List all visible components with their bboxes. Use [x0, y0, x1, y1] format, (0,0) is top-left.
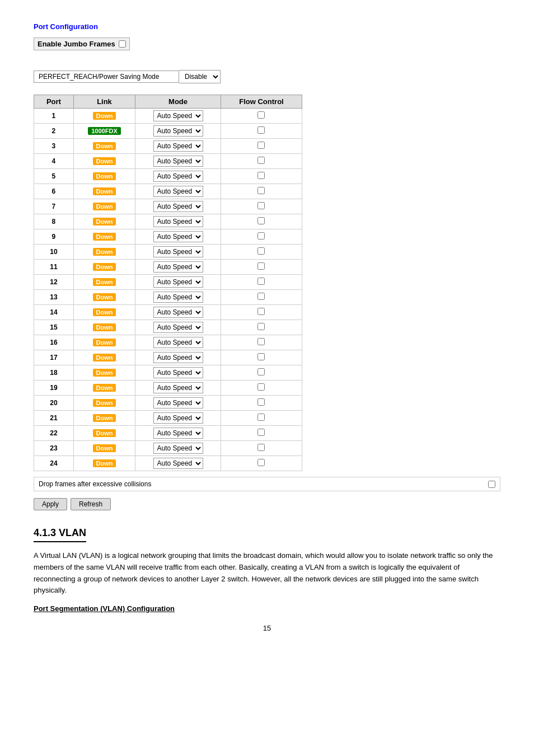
- col-header-port: Port: [34, 95, 74, 109]
- drop-frames-checkbox[interactable]: [488, 481, 495, 488]
- port-seg-title: Port Segmentation (VLAN) Configuration: [34, 604, 500, 613]
- flow-control-cell: [221, 260, 302, 275]
- flow-control-checkbox[interactable]: [257, 142, 265, 149]
- mode-select[interactable]: Auto Speed10 Half10 Full100 Half100 Full…: [153, 307, 203, 318]
- flow-control-checkbox[interactable]: [257, 353, 265, 360]
- mode-select[interactable]: Auto Speed10 Half10 Full100 Half100 Full…: [153, 322, 203, 333]
- flow-control-cell: [221, 290, 302, 305]
- vlan-paragraph-1: A Virtual LAN (VLAN) is a logical networ…: [34, 550, 500, 597]
- flow-control-cell: [221, 154, 302, 169]
- apply-button[interactable]: Apply: [34, 498, 67, 510]
- mode-select[interactable]: Auto Speed10 Half10 Full100 Half100 Full…: [153, 458, 203, 469]
- port-number: 11: [34, 260, 74, 275]
- flow-control-checkbox[interactable]: [257, 368, 265, 375]
- mode-select[interactable]: Auto Speed10 Half10 Full100 Half100 Full…: [153, 186, 203, 197]
- port-number: 16: [34, 335, 74, 350]
- mode-select[interactable]: Auto Speed10 Half10 Full100 Half100 Full…: [153, 231, 203, 242]
- flow-control-checkbox[interactable]: [257, 111, 265, 119]
- flow-control-checkbox[interactable]: [257, 202, 265, 209]
- flow-control-cell: [221, 124, 302, 139]
- flow-control-checkbox[interactable]: [257, 444, 265, 451]
- port-mode: Auto Speed10 Half10 Full100 Half100 Full…: [135, 275, 221, 290]
- port-mode: Auto Speed10 Half10 Full100 Half100 Full…: [135, 441, 221, 456]
- flow-control-checkbox[interactable]: [257, 414, 265, 421]
- port-link: Down: [73, 350, 135, 365]
- table-row: 3DownAuto Speed10 Half10 Full100 Half100…: [34, 139, 302, 154]
- port-mode: Auto Speed10 Half10 Full100 Half100 Full…: [135, 214, 221, 229]
- power-saving-select[interactable]: Disable Enable: [179, 70, 221, 83]
- flow-control-checkbox[interactable]: [257, 338, 265, 345]
- refresh-button[interactable]: Refresh: [71, 498, 111, 510]
- port-link: Down: [73, 381, 135, 396]
- flow-control-cell: [221, 456, 302, 471]
- port-mode: Auto Speed10 Half10 Full100 Half100 Full…: [135, 154, 221, 169]
- port-link: Down: [73, 305, 135, 320]
- mode-select[interactable]: Auto Speed10 Half10 Full100 Half100 Full…: [153, 367, 203, 378]
- flow-control-checkbox[interactable]: [257, 459, 265, 466]
- flow-control-checkbox[interactable]: [257, 429, 265, 436]
- table-row: 21000FDXAuto Speed10 Half10 Full100 Half…: [34, 124, 302, 139]
- mode-select[interactable]: Auto Speed10 Half10 Full100 Half100 Full…: [153, 292, 203, 303]
- flow-control-checkbox[interactable]: [257, 398, 265, 406]
- port-number: 14: [34, 305, 74, 320]
- flow-control-checkbox[interactable]: [257, 278, 265, 285]
- table-row: 5DownAuto Speed10 Half10 Full100 Half100…: [34, 169, 302, 184]
- flow-control-checkbox[interactable]: [257, 323, 265, 330]
- flow-control-checkbox[interactable]: [257, 232, 265, 240]
- mode-select[interactable]: Auto Speed10 Half10 Full100 Half100 Full…: [153, 352, 203, 363]
- mode-select[interactable]: Auto Speed10 Half10 Full100 Half100 Full…: [153, 397, 203, 408]
- port-number: 4: [34, 154, 74, 169]
- mode-select[interactable]: Auto Speed10 Half10 Full100 Half100 Full…: [153, 140, 203, 152]
- flow-control-cell: [221, 229, 302, 245]
- port-number: 2: [34, 124, 74, 139]
- port-number: 8: [34, 214, 74, 229]
- flow-control-cell: [221, 350, 302, 365]
- flow-control-checkbox[interactable]: [257, 217, 265, 224]
- flow-control-checkbox[interactable]: [257, 187, 265, 194]
- table-row: 1DownAuto Speed10 Half10 Full100 Half100…: [34, 109, 302, 124]
- port-link: Down: [73, 245, 135, 260]
- mode-select[interactable]: Auto Speed10 Half10 Full100 Half100 Full…: [153, 382, 203, 393]
- port-number: 15: [34, 320, 74, 335]
- flow-control-checkbox[interactable]: [257, 293, 265, 300]
- mode-select[interactable]: Auto Speed10 Half10 Full100 Half100 Full…: [153, 171, 203, 182]
- table-row: 4DownAuto Speed10 Half10 Full100 Half100…: [34, 154, 302, 169]
- table-row: 19DownAuto Speed10 Half10 Full100 Half10…: [34, 381, 302, 396]
- port-link: Down: [73, 275, 135, 290]
- flow-control-checkbox[interactable]: [257, 308, 265, 315]
- flow-control-checkbox[interactable]: [257, 157, 265, 164]
- flow-control-cell: [221, 184, 302, 199]
- port-link: Down: [73, 290, 135, 305]
- section-title: Port Configuration: [34, 22, 500, 31]
- flow-control-checkbox[interactable]: [257, 172, 265, 179]
- table-row: 7DownAuto Speed10 Half10 Full100 Half100…: [34, 199, 302, 214]
- port-number: 21: [34, 411, 74, 426]
- port-link: 1000FDX: [73, 124, 135, 139]
- flow-control-checkbox[interactable]: [257, 383, 265, 391]
- mode-select[interactable]: Auto Speed10 Half10 Full100 Half100 Full…: [153, 125, 203, 137]
- power-saving-row: PERFECT_REACH/Power Saving Mode Disable …: [34, 70, 500, 83]
- mode-select[interactable]: Auto Speed10 Half10 Full100 Half100 Full…: [153, 412, 203, 424]
- flow-control-checkbox[interactable]: [257, 262, 265, 270]
- mode-select[interactable]: Auto Speed10 Half10 Full100 Half100 Full…: [153, 337, 203, 348]
- mode-select[interactable]: Auto Speed10 Half10 Full100 Half100 Full…: [153, 201, 203, 212]
- mode-select[interactable]: Auto Speed10 Half10 Full100 Half100 Full…: [153, 261, 203, 273]
- drop-frames-row: Drop frames after excessive collisions: [34, 477, 500, 491]
- mode-select[interactable]: Auto Speed10 Half10 Full100 Half100 Full…: [153, 110, 203, 121]
- mode-select[interactable]: Auto Speed10 Half10 Full100 Half100 Full…: [153, 276, 203, 288]
- mode-select[interactable]: Auto Speed10 Half10 Full100 Half100 Full…: [153, 156, 203, 167]
- mode-select[interactable]: Auto Speed10 Half10 Full100 Half100 Full…: [153, 443, 203, 454]
- port-link: Down: [73, 426, 135, 441]
- port-mode: Auto Speed10 Half10 Full100 Half100 Full…: [135, 426, 221, 441]
- enable-jumbo-checkbox[interactable]: [119, 40, 126, 48]
- flow-control-checkbox[interactable]: [257, 247, 265, 255]
- port-link: Down: [73, 139, 135, 154]
- port-number: 5: [34, 169, 74, 184]
- flow-control-cell: [221, 214, 302, 229]
- port-mode: Auto Speed10 Half10 Full100 Half100 Full…: [135, 396, 221, 411]
- flow-control-checkbox[interactable]: [257, 126, 265, 134]
- mode-select[interactable]: Auto Speed10 Half10 Full100 Half100 Full…: [153, 246, 203, 257]
- mode-select[interactable]: Auto Speed10 Half10 Full100 Half100 Full…: [153, 428, 203, 439]
- mode-select[interactable]: Auto Speed10 Half10 Full100 Half100 Full…: [153, 216, 203, 227]
- col-header-flow-control: Flow Control: [221, 95, 302, 109]
